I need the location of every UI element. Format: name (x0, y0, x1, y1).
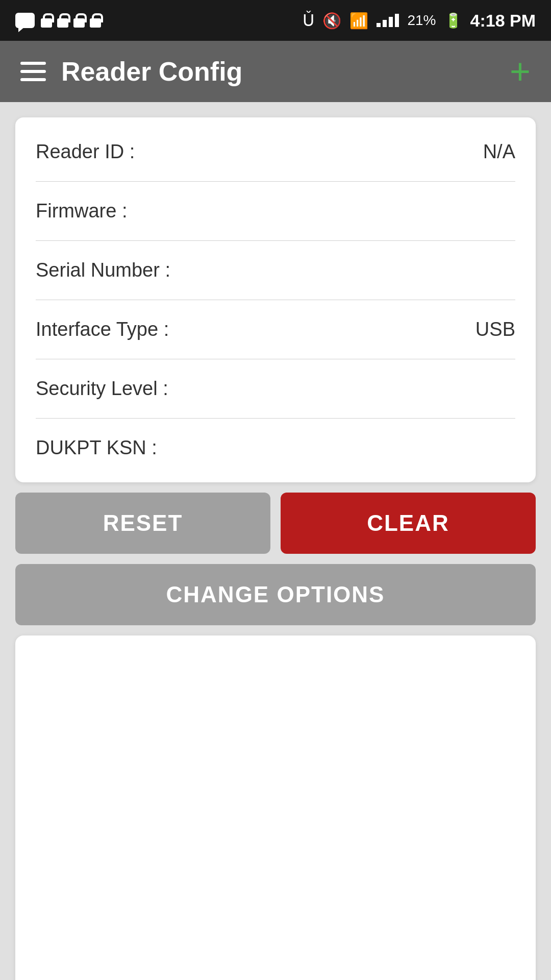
security-level-label: Security Level : (36, 378, 168, 400)
clear-button[interactable]: CLEAR (281, 493, 536, 554)
status-bar: Ǔ 🔇 📶 21% 🔋 4:18 PM (0, 0, 551, 41)
dukpt-ksn-label: DUKPT KSN : (36, 437, 157, 459)
action-buttons-row: RESET CLEAR (15, 493, 536, 554)
reader-id-row: Reader ID : N/A (36, 122, 515, 182)
signal-icon (377, 14, 399, 27)
battery-icon: 🔋 (444, 12, 462, 29)
security-level-row: Security Level : (36, 359, 515, 419)
interface-type-label: Interface Type : (36, 318, 169, 340)
wifi-icon: 📶 (349, 12, 368, 30)
reset-button[interactable]: RESET (15, 493, 270, 554)
bluetooth-icon: Ǔ (303, 11, 314, 30)
reader-id-label: Reader ID : (36, 141, 135, 163)
lock-icons (41, 13, 101, 28)
lock-icon-2 (57, 13, 68, 28)
mute-icon: 🔇 (322, 12, 341, 30)
main-content: Reader ID : N/A Firmware : Serial Number… (0, 102, 551, 980)
info-card: Reader ID : N/A Firmware : Serial Number… (15, 117, 536, 482)
notification-icons (15, 13, 35, 28)
serial-number-row: Serial Number : (36, 241, 515, 300)
chat-icon (15, 13, 35, 28)
lock-icon-3 (73, 13, 85, 28)
app-bar-left: Reader Config (20, 56, 242, 87)
interface-type-value: USB (475, 318, 515, 340)
status-bar-right: Ǔ 🔇 📶 21% 🔋 4:18 PM (303, 11, 536, 31)
app-bar: Reader Config + (0, 41, 551, 102)
lock-icon-1 (41, 13, 52, 28)
hamburger-line-3 (20, 78, 46, 81)
status-bar-left (15, 13, 101, 28)
hamburger-line-1 (20, 62, 46, 65)
add-button[interactable]: + (510, 54, 531, 89)
app-title: Reader Config (61, 56, 242, 87)
serial-number-label: Serial Number : (36, 259, 170, 281)
firmware-label: Firmware : (36, 200, 127, 222)
hamburger-line-2 (20, 70, 46, 73)
status-time: 4:18 PM (470, 11, 536, 31)
output-area (15, 635, 536, 980)
menu-button[interactable] (20, 62, 46, 81)
change-options-button[interactable]: CHANGE OPTIONS (15, 564, 536, 625)
reader-id-value: N/A (483, 141, 515, 163)
interface-type-row: Interface Type : USB (36, 300, 515, 359)
dukpt-ksn-row: DUKPT KSN : (36, 419, 515, 477)
battery-percentage: 21% (407, 12, 436, 29)
lock-icon-4 (90, 13, 101, 28)
firmware-row: Firmware : (36, 182, 515, 241)
